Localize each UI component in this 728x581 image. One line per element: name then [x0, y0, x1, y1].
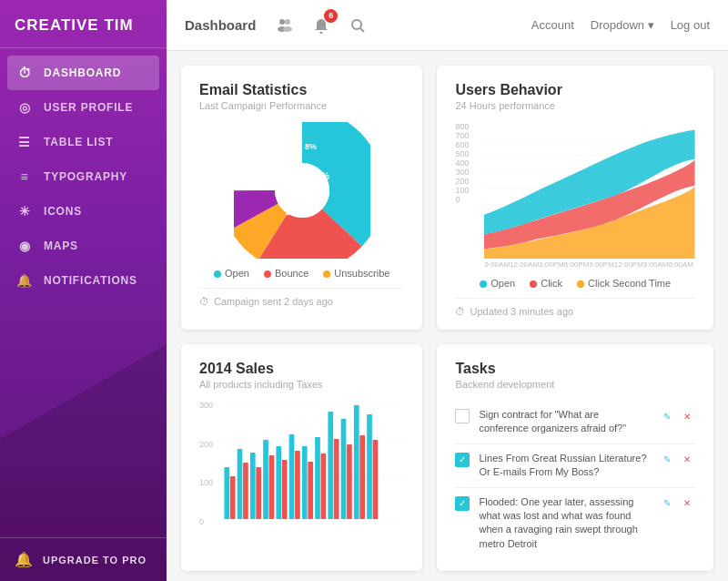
sidebar-label-maps: Maps	[44, 240, 78, 252]
sidebar-icon-maps: ◉	[15, 239, 35, 253]
area-y-labels: 800 700 600 500 400 300 200 100 0	[455, 122, 480, 217]
task-edit-3[interactable]: ✎	[659, 495, 675, 512]
area-chart-content: 9:00AM 12:00AM 3:00PM 6:00PM 9:00PM 12:0…	[484, 122, 695, 269]
bar-chart-content	[223, 401, 404, 528]
pie-chart-container: 62% 22% 8%	[199, 122, 404, 259]
svg-text:62%: 62%	[310, 170, 330, 181]
sidebar-item-table-list[interactable]: ☰Table List	[0, 125, 167, 159]
tasks-card: Tasks Backend development Sign contract …	[437, 344, 713, 571]
task-item: Sign contract for "What are conference o…	[455, 401, 695, 444]
sidebar-label-user-profile: User Profile	[44, 101, 133, 114]
svg-rect-28	[238, 449, 243, 519]
sidebar-item-maps[interactable]: ◉Maps	[0, 229, 167, 263]
task-delete-3[interactable]: ✕	[679, 495, 695, 512]
legend-open: Open	[214, 268, 249, 279]
sidebar-icon-notifications: 🔔	[15, 273, 35, 288]
svg-point-0	[279, 19, 285, 25]
users-behavior-card: Users Behavior 24 Hours performance 800 …	[437, 66, 713, 330]
area-chart-with-labels: 800 700 600 500 400 300 200 100 0	[455, 122, 695, 269]
area-chart-wrapper: 800 700 600 500 400 300 200 100 0	[455, 122, 695, 269]
email-stats-card: Email Statistics Last Campaign Performan…	[181, 66, 422, 330]
legend-click: Click	[530, 278, 562, 289]
svg-rect-41	[321, 454, 327, 519]
svg-rect-34	[276, 446, 281, 519]
svg-text:22%: 22%	[286, 206, 306, 217]
search-icon-button[interactable]	[345, 13, 370, 38]
task-delete-2[interactable]: ✕	[679, 452, 695, 468]
task-text-2: Lines From Great Russian Literature? Or …	[479, 452, 650, 480]
svg-rect-35	[282, 460, 288, 519]
tasks-list: Sign contract for "What are conference o…	[455, 401, 695, 558]
sidebar-label-table-list: Table List	[44, 136, 113, 148]
svg-point-3	[283, 26, 292, 32]
svg-point-4	[320, 31, 323, 34]
task-edit-1[interactable]: ✎	[659, 408, 675, 424]
account-link[interactable]: Account	[531, 18, 574, 32]
sidebar-icon-user-profile: ◎	[15, 100, 35, 115]
logout-link[interactable]: Log out	[671, 18, 710, 32]
users-behavior-footer-text: Updated 3 minutes ago	[470, 306, 573, 317]
svg-rect-33	[269, 455, 275, 519]
legend-bounce: Bounce	[264, 268, 308, 279]
sidebar-item-notifications[interactable]: 🔔Notifications	[0, 263, 167, 298]
task-actions-2: ✎ ✕	[659, 452, 695, 468]
task-item: ✓ Flooded: One year later, assessing wha…	[455, 488, 695, 559]
svg-rect-26	[224, 467, 229, 519]
sidebar-item-user-profile[interactable]: ◎User Profile	[0, 90, 167, 125]
task-checkbox-1[interactable]	[455, 409, 470, 423]
svg-line-6	[360, 28, 364, 32]
bar-chart-svg	[223, 401, 404, 519]
people-icon-button[interactable]	[272, 13, 298, 38]
svg-rect-39	[308, 462, 313, 519]
upgrade-to-pro-button[interactable]: 🔔 Upgrade to Pro	[0, 537, 167, 581]
task-actions-3: ✎ ✕	[659, 495, 695, 512]
sidebar-label-notifications: Notifications	[44, 274, 137, 287]
sidebar-icon-table-list: ☰	[15, 135, 35, 149]
area-x-labels: 9:00AM 12:00AM 3:00PM 6:00PM 9:00PM 12:0…	[484, 260, 695, 269]
legend-open2: Open	[480, 278, 515, 289]
svg-rect-38	[302, 446, 308, 519]
sidebar-icon-dashboard: ⏱	[15, 66, 35, 80]
sidebar: CREATIVE TIM ⏱Dashboard◎User Profile☰Tab…	[0, 0, 167, 581]
svg-rect-32	[263, 440, 268, 519]
svg-rect-45	[347, 444, 352, 519]
task-checkbox-2[interactable]: ✓	[455, 453, 470, 467]
svg-rect-44	[341, 419, 347, 519]
svg-rect-37	[295, 451, 300, 519]
task-actions-1: ✎ ✕	[659, 408, 695, 424]
email-stats-footer: ⏱ Campaign sent 2 days ago	[199, 288, 404, 307]
sidebar-label-dashboard: Dashboard	[44, 66, 121, 79]
pie-legend: Open Bounce Unsubscribe	[199, 268, 404, 279]
sales-card: 2014 Sales All products including Taxes …	[181, 344, 422, 571]
notification-icon-button[interactable]: 6	[308, 13, 334, 38]
svg-rect-29	[243, 463, 248, 519]
svg-rect-47	[359, 435, 365, 519]
sidebar-icon-icons: ✳	[15, 204, 35, 219]
task-edit-2[interactable]: ✎	[659, 452, 675, 468]
page-title: Dashboard	[185, 17, 256, 33]
email-stats-footer-text: Campaign sent 2 days ago	[214, 296, 333, 307]
main-area: Dashboard 6 Account Dropdown ▾ Log out E…	[167, 0, 728, 581]
task-checkbox-3[interactable]: ✓	[455, 496, 470, 511]
bar-chart-wrapper: 300 200 100 0	[199, 401, 404, 528]
sales-title: 2014 Sales	[199, 361, 404, 377]
sidebar-item-dashboard[interactable]: ⏱Dashboard	[7, 56, 159, 90]
top-navbar: Dashboard 6 Account Dropdown ▾ Log out	[167, 0, 728, 51]
sidebar-item-icons[interactable]: ✳Icons	[0, 194, 167, 229]
svg-rect-30	[250, 453, 256, 519]
tasks-subtitle: Backend development	[455, 379, 695, 390]
sidebar-logo-text: CREATIVE TIM	[15, 16, 134, 34]
sidebar-logo-area: CREATIVE TIM	[0, 0, 167, 48]
task-text-3: Flooded: One year later, assessing what …	[479, 495, 650, 552]
sales-subtitle: All products including Taxes	[199, 379, 404, 390]
clock-icon: ⏱	[199, 296, 209, 307]
area-chart-svg	[484, 122, 695, 259]
navbar-icons: 6	[272, 13, 370, 38]
svg-rect-27	[230, 476, 236, 519]
area-legend: Open Click Click Second Time	[455, 278, 695, 289]
sidebar-nav: ⏱Dashboard◎User Profile☰Table List≡Typog…	[0, 48, 167, 537]
svg-text:8%: 8%	[305, 142, 317, 151]
sidebar-item-typography[interactable]: ≡Typography	[0, 159, 167, 194]
dropdown-link[interactable]: Dropdown ▾	[591, 18, 654, 32]
task-delete-1[interactable]: ✕	[679, 408, 695, 424]
